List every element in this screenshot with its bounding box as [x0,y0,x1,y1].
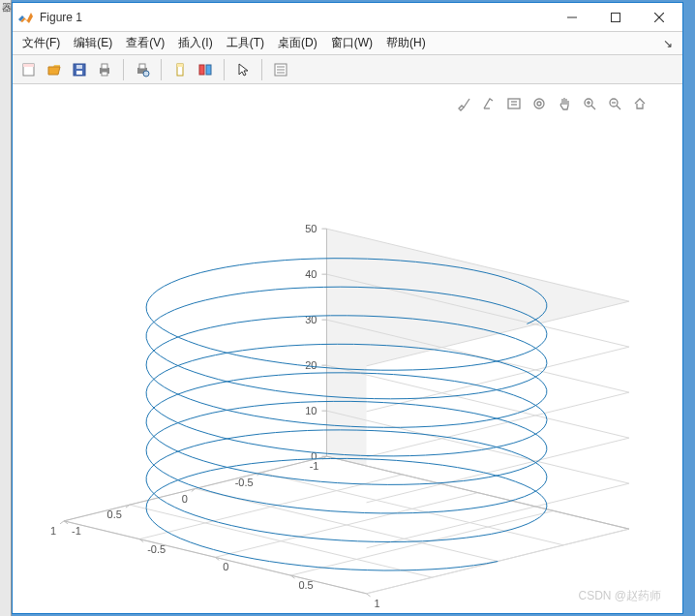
print-icon[interactable] [94,59,115,80]
window-title: Figure 1 [40,11,82,24]
menu-window[interactable]: 窗口(W) [325,33,378,53]
svg-rect-11 [102,72,107,76]
toolbar-separator [161,59,162,80]
menu-overflow-icon[interactable]: ↘ [657,37,679,50]
svg-rect-8 [76,65,82,69]
menu-desktop[interactable]: 桌面(D) [272,33,323,53]
close-button[interactable] [637,4,680,31]
menu-file[interactable]: 文件(F) [16,33,66,53]
menu-edit[interactable]: 编辑(E) [68,33,118,53]
save-icon[interactable] [69,59,90,80]
svg-text:0.5: 0.5 [107,508,122,520]
watermark-text: CSDN @赵药师 [578,588,661,604]
minimize-button[interactable] [550,4,593,31]
menu-view[interactable]: 查看(V) [120,33,170,53]
svg-rect-7 [76,71,82,75]
properties-icon[interactable] [270,59,291,80]
svg-line-74 [60,521,64,524]
svg-text:40: 40 [305,268,317,280]
titlebar: Figure 1 [13,3,682,32]
plot-area[interactable]: 01020304050-1-0.500.51-1-0.500.51 CSDN @… [13,84,682,610]
pointer-icon[interactable] [232,59,254,80]
svg-text:50: 50 [305,223,317,234]
svg-text:10: 10 [305,405,317,416]
matlab-icon [18,10,34,25]
new-figure-icon[interactable] [18,59,40,80]
svg-rect-1 [611,13,619,21]
toolbar [13,55,682,84]
svg-text:0.5: 0.5 [298,579,313,591]
svg-text:0: 0 [182,493,188,505]
figure-window: Figure 1 文件(F) 编辑(E) 查看(V) 插入(I) 工具(T) 桌… [12,2,683,614]
menu-insert[interactable]: 插入(I) [172,33,218,53]
axes-3d[interactable]: 01020304050-1-0.500.51-1-0.500.51 [13,84,682,610]
menu-tools[interactable]: 工具(T) [221,33,270,53]
svg-text:1: 1 [50,525,56,537]
svg-rect-16 [177,64,183,67]
svg-text:0: 0 [223,561,228,572]
menubar: 文件(F) 编辑(E) 查看(V) 插入(I) 工具(T) 桌面(D) 窗口(W… [13,32,682,55]
toolbar-separator [224,59,225,80]
svg-text:-1: -1 [72,525,81,537]
open-icon[interactable] [44,59,65,80]
svg-point-14 [143,71,149,77]
svg-rect-5 [23,64,34,67]
toolbar-separator [123,59,124,80]
svg-rect-17 [199,65,204,75]
colorbar-icon[interactable] [195,59,216,80]
svg-text:-1: -1 [310,460,319,472]
host-left-strip: 器 [0,0,12,616]
svg-rect-18 [206,65,211,75]
svg-line-89 [367,594,371,597]
svg-text:20: 20 [305,359,317,371]
print-preview-icon[interactable] [132,59,153,80]
svg-rect-13 [139,64,145,69]
toolbar-separator [261,59,262,80]
svg-text:1: 1 [375,598,380,609]
menu-help[interactable]: 帮助(H) [380,33,432,53]
link-icon[interactable] [169,59,191,80]
maximize-button[interactable] [593,4,637,31]
svg-rect-10 [102,64,107,69]
